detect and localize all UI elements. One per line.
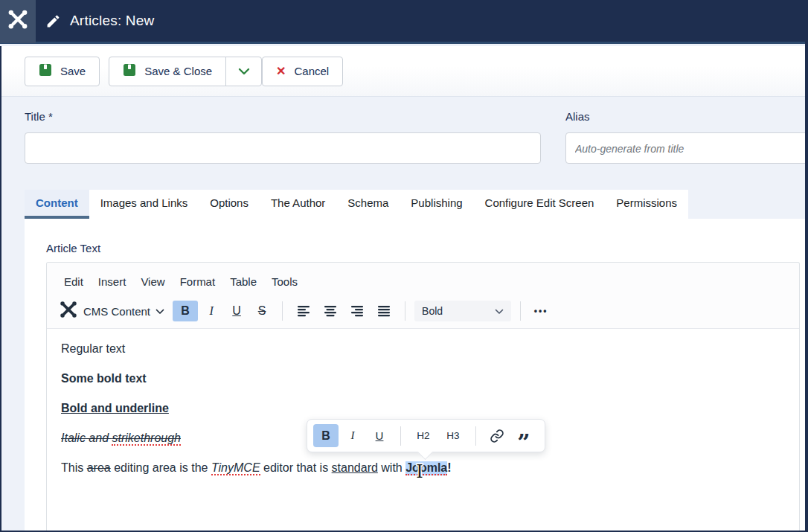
cms-content-button[interactable]: CMS Content: [59, 300, 164, 322]
menu-view[interactable]: View: [133, 271, 172, 292]
save-options-dropdown-toggle[interactable]: [225, 57, 262, 86]
selected-text: Joomla: [405, 461, 447, 475]
joomla-admin-screen: Articles: New Save Save & Close: [0, 0, 808, 532]
toolbar-separator: [520, 301, 521, 321]
save-close-button-group: Save & Close: [109, 57, 262, 86]
tinymce-editor: Edit Insert View Format Table Tools: [46, 262, 800, 532]
editor-paragraph: Regular text: [61, 342, 785, 356]
save-close-button[interactable]: Save & Close: [109, 57, 226, 86]
quick-h3-button[interactable]: H3: [439, 424, 467, 447]
strikethrough-button[interactable]: S: [250, 301, 274, 321]
toolbar-separator: [405, 301, 405, 321]
quick-underline-button[interactable]: U: [367, 424, 392, 447]
tab-publishing[interactable]: Publishing: [400, 190, 473, 219]
text-run: with: [378, 461, 405, 474]
quick-h2-button[interactable]: H2: [409, 424, 437, 447]
save-close-button-label: Save & Close: [144, 65, 212, 77]
alias-field-group: Alias: [565, 110, 808, 164]
chevron-down-icon: [495, 305, 504, 317]
text-run-underline: standard: [332, 461, 378, 474]
text-run-spellcheck: strikethrough: [112, 432, 181, 446]
right-edge-strip: [805, 0, 808, 532]
toolbar-separator: [400, 426, 401, 446]
tab-the-author[interactable]: The Author: [260, 190, 336, 219]
menu-format[interactable]: Format: [173, 271, 223, 292]
text-run: This: [61, 461, 87, 474]
menu-tools[interactable]: Tools: [264, 271, 305, 292]
tab-images-and-links[interactable]: Images and Links: [89, 190, 199, 219]
save-floppy-icon: [39, 63, 52, 79]
text-run: Italic and: [61, 432, 112, 444]
title-field-label: Title *: [25, 110, 541, 123]
text-run-strikethrough: area: [87, 461, 111, 474]
link-icon[interactable]: [484, 424, 510, 447]
cancel-button-label: Cancel: [295, 65, 330, 77]
quick-bold-button[interactable]: B: [313, 424, 339, 447]
quick-format-toolbar: B I U H2 H3 ”: [307, 419, 545, 452]
align-justify-icon[interactable]: [371, 301, 397, 321]
align-center-icon[interactable]: [318, 301, 343, 321]
format-select[interactable]: Bold: [414, 301, 511, 321]
article-text-label: Article Text: [46, 242, 100, 254]
edit-screen-tabs: Content Images and Links Options The Aut…: [25, 190, 688, 219]
editor-header: Edit Insert View Format Table Tools: [47, 263, 799, 329]
text-run: editor that is: [260, 461, 332, 474]
tab-schema[interactable]: Schema: [336, 190, 400, 219]
toolbar-separator: [282, 301, 283, 321]
format-select-value: Bold: [422, 305, 443, 317]
italic-button[interactable]: I: [199, 301, 223, 321]
tab-permissions[interactable]: Permissions: [605, 190, 688, 219]
editor-toolbar: CMS Content B I U S: [47, 294, 799, 328]
tab-options[interactable]: Options: [199, 190, 260, 219]
text-run: editing area is the: [111, 461, 211, 474]
page-title: Articles: New: [70, 13, 154, 29]
title-input[interactable]: [25, 132, 541, 164]
chevron-down-icon: [238, 65, 250, 77]
save-close-floppy-icon: [123, 63, 136, 79]
cancel-x-icon: ✕: [276, 64, 286, 78]
left-edge-strip: [0, 46, 1, 532]
pencil-icon: [45, 13, 61, 29]
alias-input[interactable]: [565, 132, 808, 164]
cancel-button[interactable]: ✕ Cancel: [262, 57, 343, 86]
text-run-spellcheck: TinyMCE: [211, 461, 260, 475]
save-button-label: Save: [60, 65, 86, 77]
joomla-logo-tile: [0, 0, 36, 43]
quick-italic-button[interactable]: I: [340, 424, 365, 447]
bold-button[interactable]: B: [173, 301, 198, 321]
underline-button[interactable]: U: [225, 301, 249, 321]
cms-content-label: CMS Content: [83, 305, 150, 318]
app-header: Articles: New: [0, 0, 808, 44]
editor-paragraph: Bold and underline: [61, 401, 785, 415]
action-toolbar: Save Save & Close ✕: [0, 46, 808, 97]
alias-field-label: Alias: [565, 110, 808, 123]
joomla-logo-icon: [7, 8, 29, 33]
menu-edit[interactable]: Edit: [57, 271, 91, 292]
editor-paragraph: Some bold text: [61, 371, 785, 385]
title-field-group: Title *: [25, 110, 541, 164]
blockquote-icon[interactable]: ”: [511, 424, 536, 447]
text-run: !: [447, 461, 451, 474]
align-left-icon[interactable]: [291, 301, 316, 321]
align-right-icon[interactable]: [344, 301, 370, 321]
more-toolbar-items-button[interactable]: •••: [529, 301, 553, 321]
menu-table[interactable]: Table: [222, 271, 264, 292]
tab-configure-edit-screen[interactable]: Configure Edit Screen: [474, 190, 606, 219]
joomla-cms-icon: [59, 300, 78, 322]
editor-menubar: Edit Insert View Format Table Tools: [47, 269, 799, 294]
editor-paragraph: This area editing area is the TinyMCE ed…: [61, 461, 785, 475]
toolbar-separator: [475, 426, 476, 446]
menu-insert[interactable]: Insert: [91, 271, 134, 292]
tab-content[interactable]: Content: [25, 190, 89, 219]
chevron-down-icon: [155, 304, 164, 318]
save-button[interactable]: Save: [25, 57, 100, 86]
